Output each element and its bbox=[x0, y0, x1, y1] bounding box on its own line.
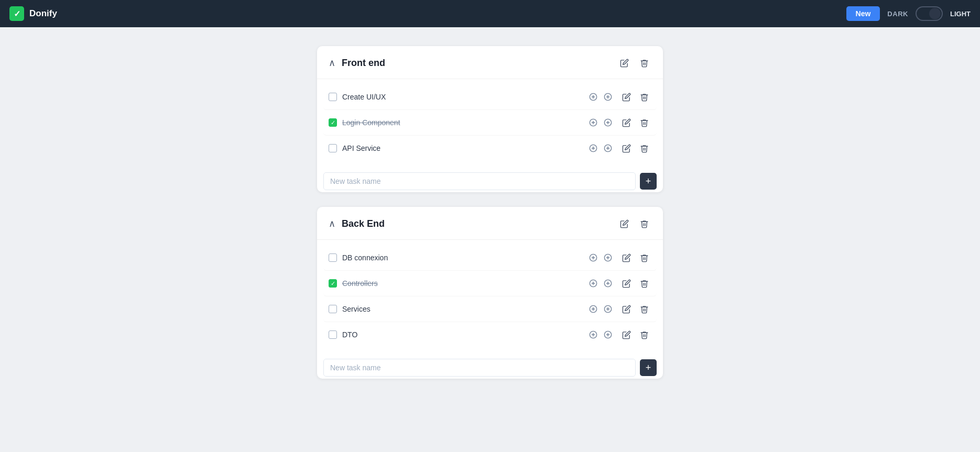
delete-task-button[interactable] bbox=[637, 115, 651, 130]
task-sub-icons bbox=[587, 303, 614, 315]
edit-task-button[interactable] bbox=[619, 250, 634, 265]
add-subtask-icon[interactable] bbox=[587, 278, 599, 289]
task-actions bbox=[619, 141, 651, 156]
theme-toggle[interactable] bbox=[916, 6, 943, 21]
task-checkbox[interactable]: ✓ bbox=[329, 279, 337, 288]
add-subtask-icon[interactable] bbox=[587, 329, 599, 340]
collapse-frontend-icon[interactable]: ∧ bbox=[329, 57, 335, 69]
delete-backend-button[interactable] bbox=[637, 216, 651, 231]
task-checkbox[interactable] bbox=[329, 93, 337, 101]
add-tag-icon[interactable] bbox=[602, 303, 614, 315]
task-sub-icons bbox=[587, 252, 614, 263]
task-item: Services bbox=[323, 296, 657, 322]
section-frontend-title: Front end bbox=[342, 58, 611, 69]
new-task-row-frontend: + bbox=[317, 168, 663, 192]
main-content: ∧ Front end Create UI/UX bbox=[0, 27, 980, 398]
add-subtask-icon[interactable] bbox=[587, 91, 599, 103]
add-subtask-icon[interactable] bbox=[587, 117, 599, 128]
delete-task-button[interactable] bbox=[637, 276, 651, 291]
header-right: New DARK LIGHT bbox=[846, 6, 971, 21]
collapse-backend-icon[interactable]: ∧ bbox=[329, 218, 335, 229]
task-checkbox[interactable] bbox=[329, 253, 337, 262]
task-sub-icons bbox=[587, 117, 614, 128]
logo-area: ✓ Donify bbox=[9, 6, 57, 21]
delete-task-button[interactable] bbox=[637, 141, 651, 156]
backend-task-list: DB connexion bbox=[317, 240, 663, 355]
task-checkbox[interactable] bbox=[329, 144, 337, 152]
task-sub-icons bbox=[587, 142, 614, 154]
task-name: DTO bbox=[342, 330, 582, 339]
task-name: Login Component bbox=[342, 118, 582, 127]
task-item: ✓ Login Component bbox=[323, 110, 657, 136]
delete-task-button[interactable] bbox=[637, 250, 651, 265]
edit-backend-button[interactable] bbox=[617, 216, 631, 231]
task-sub-icons bbox=[587, 329, 614, 340]
task-checkbox[interactable]: ✓ bbox=[329, 118, 337, 127]
theme-light-label: LIGHT bbox=[950, 10, 971, 18]
add-tag-icon[interactable] bbox=[602, 117, 614, 128]
edit-task-button[interactable] bbox=[619, 115, 634, 130]
section-backend-title: Back End bbox=[342, 218, 611, 229]
task-actions bbox=[619, 302, 651, 316]
add-tag-icon[interactable] bbox=[602, 142, 614, 154]
edit-task-button[interactable] bbox=[619, 327, 634, 342]
add-task-button-frontend[interactable]: + bbox=[640, 173, 657, 190]
toggle-knob bbox=[929, 8, 941, 19]
delete-frontend-button[interactable] bbox=[637, 56, 651, 70]
task-sub-icons bbox=[587, 278, 614, 289]
task-name: API Service bbox=[342, 144, 582, 152]
section-backend: ∧ Back End DB connexion bbox=[317, 207, 663, 379]
delete-task-button[interactable] bbox=[637, 90, 651, 104]
add-tag-icon[interactable] bbox=[602, 91, 614, 103]
add-subtask-icon[interactable] bbox=[587, 303, 599, 315]
task-actions bbox=[619, 90, 651, 104]
task-item: DTO bbox=[323, 322, 657, 347]
new-button[interactable]: New bbox=[846, 6, 880, 21]
add-task-button-backend[interactable]: + bbox=[640, 359, 657, 376]
task-checkbox[interactable] bbox=[329, 305, 337, 313]
app-header: ✓ Donify New DARK LIGHT bbox=[0, 0, 980, 27]
section-frontend-header: ∧ Front end bbox=[317, 46, 663, 79]
task-item: API Service bbox=[323, 136, 657, 161]
edit-task-button[interactable] bbox=[619, 90, 634, 104]
delete-task-button[interactable] bbox=[637, 302, 651, 316]
theme-dark-label: DARK bbox=[887, 10, 908, 18]
add-subtask-icon[interactable] bbox=[587, 142, 599, 154]
task-actions bbox=[619, 115, 651, 130]
logo-icon: ✓ bbox=[9, 6, 24, 21]
edit-task-button[interactable] bbox=[619, 302, 634, 316]
task-checkbox[interactable] bbox=[329, 330, 337, 339]
new-task-row-backend: + bbox=[317, 355, 663, 379]
task-actions bbox=[619, 276, 651, 291]
add-tag-icon[interactable] bbox=[602, 329, 614, 340]
edit-task-button[interactable] bbox=[619, 276, 634, 291]
task-item: Create UI/UX bbox=[323, 84, 657, 110]
task-name: Controllers bbox=[342, 279, 582, 288]
task-sub-icons bbox=[587, 91, 614, 103]
section-backend-header: ∧ Back End bbox=[317, 207, 663, 240]
add-tag-icon[interactable] bbox=[602, 252, 614, 263]
new-task-input-frontend[interactable] bbox=[323, 172, 636, 190]
section-backend-actions bbox=[617, 216, 651, 231]
add-subtask-icon[interactable] bbox=[587, 252, 599, 263]
edit-task-button[interactable] bbox=[619, 141, 634, 156]
section-frontend-actions bbox=[617, 56, 651, 70]
new-task-input-backend[interactable] bbox=[323, 359, 636, 377]
task-actions bbox=[619, 327, 651, 342]
edit-frontend-button[interactable] bbox=[617, 56, 631, 70]
add-tag-icon[interactable] bbox=[602, 278, 614, 289]
task-item: ✓ Controllers bbox=[323, 271, 657, 296]
task-name: Create UI/UX bbox=[342, 93, 582, 101]
delete-task-button[interactable] bbox=[637, 327, 651, 342]
section-frontend: ∧ Front end Create UI/UX bbox=[317, 46, 663, 192]
frontend-task-list: Create UI/UX bbox=[317, 79, 663, 168]
task-name: Services bbox=[342, 305, 582, 313]
task-item: DB connexion bbox=[323, 245, 657, 271]
task-actions bbox=[619, 250, 651, 265]
app-title: Donify bbox=[29, 8, 57, 19]
task-name: DB connexion bbox=[342, 253, 582, 262]
